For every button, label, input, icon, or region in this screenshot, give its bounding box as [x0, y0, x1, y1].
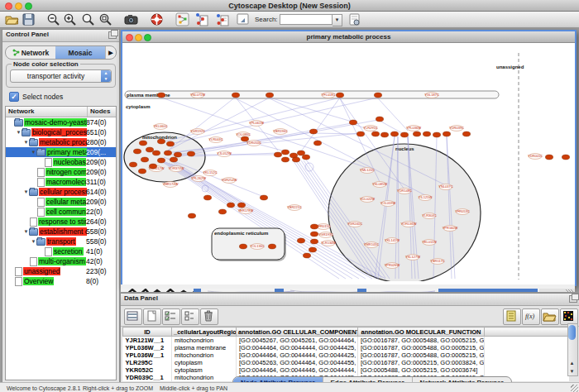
- table-cell[interactable]: [485, 344, 570, 351]
- selected-gene-node[interactable]: [281, 150, 289, 155]
- tree-row[interactable]: nitrogen compo209(0): [6, 167, 116, 177]
- selected-gene-node[interactable]: [187, 151, 194, 156]
- table-row[interactable]: YPL036W__1mitochondrion[GO:0044464, GO:0…: [123, 351, 570, 359]
- unselect-attributes-button[interactable]: [181, 308, 199, 325]
- selected-gene-node[interactable]: [371, 131, 379, 136]
- table-cell[interactable]: plasma membrane: [172, 344, 237, 351]
- tree-row[interactable]: ▼metabolic process280(0): [6, 137, 116, 147]
- selected-gene-node[interactable]: [349, 120, 356, 125]
- selected-gene-node[interactable]: [141, 157, 148, 162]
- tree-row[interactable]: ▼biological_process651(0): [6, 127, 116, 137]
- selected-gene-node[interactable]: [166, 141, 174, 146]
- data-panel-float-icon[interactable]: [569, 295, 577, 303]
- tab-network[interactable]: Network: [6, 46, 55, 59]
- help-ring-icon[interactable]: [150, 12, 164, 26]
- attribute-matrix-button[interactable]: [560, 308, 578, 325]
- selected-gene-node[interactable]: [266, 93, 273, 98]
- selected-gene-node[interactable]: [462, 131, 470, 136]
- table-cell[interactable]: mitochondrion: [172, 351, 237, 359]
- scroll-down-arrow[interactable]: ▼: [568, 368, 576, 375]
- selected-gene-node[interactable]: [303, 253, 310, 258]
- selected-gene-node[interactable]: [237, 203, 245, 208]
- table-cell[interactable]: YLR295C: [123, 359, 172, 366]
- selected-gene-node[interactable]: [157, 139, 165, 144]
- selected-gene-node[interactable]: [138, 169, 146, 174]
- tab-mosaic[interactable]: Mosaic: [55, 46, 105, 59]
- selected-gene-node[interactable]: [310, 232, 318, 237]
- selected-gene-node[interactable]: [423, 131, 430, 136]
- selected-gene-node[interactable]: [241, 136, 248, 141]
- tree-row[interactable]: macromolecule311(0): [6, 177, 116, 187]
- table-cell[interactable]: YKR052C: [123, 366, 172, 374]
- selected-gene-node[interactable]: [260, 195, 267, 200]
- selected-gene-node[interactable]: [309, 247, 316, 252]
- table-cell[interactable]: [485, 351, 570, 359]
- table-cell[interactable]: [GO:0016787, GO:0005215, GO:0003824, G..…: [358, 359, 485, 366]
- selected-gene-node[interactable]: [188, 213, 195, 218]
- selected-gene-node[interactable]: [203, 195, 211, 200]
- table-cell[interactable]: [485, 337, 570, 345]
- selected-gene-node[interactable]: [297, 151, 304, 155]
- search-settings-icon[interactable]: [347, 12, 361, 26]
- attribute-column-header[interactable]: ID: [123, 327, 172, 337]
- attribute-column-header[interactable]: annotation.GO MOLECULAR_FUNCTION: [358, 327, 485, 337]
- table-cell[interactable]: YJR121W__1: [123, 337, 172, 345]
- tree-row[interactable]: secretion41(0): [6, 246, 116, 256]
- tree-col-network[interactable]: Network: [6, 107, 88, 117]
- table-cell[interactable]: cytoplasm: [172, 366, 237, 374]
- selected-gene-node[interactable]: [232, 93, 239, 98]
- selected-gene-node[interactable]: [313, 141, 321, 146]
- selected-gene-node[interactable]: [376, 117, 383, 122]
- table-scrollbar[interactable]: ▲ ▼: [567, 323, 578, 376]
- selected-gene-node[interactable]: [562, 155, 569, 160]
- table-row[interactable]: YKR052Ccytoplasm[GO:0044464, GO:0044446,…: [123, 366, 570, 374]
- selected-gene-node[interactable]: [310, 239, 318, 244]
- disclosure-triangle-icon[interactable]: ▼: [23, 229, 29, 234]
- disclosure-triangle-icon[interactable]: ▼: [23, 140, 29, 145]
- import-attributes-button[interactable]: [541, 308, 559, 325]
- formula-builder-button[interactable]: f(x): [522, 308, 540, 325]
- selected-gene-node[interactable]: [390, 131, 398, 136]
- zoom-selected-icon[interactable]: [81, 12, 95, 26]
- selected-gene-node[interactable]: [227, 203, 234, 208]
- tree-row[interactable]: nucleobase-209(0): [6, 157, 116, 167]
- import-table-icon[interactable]: [216, 12, 230, 26]
- selected-gene-node[interactable]: [310, 224, 318, 229]
- selected-gene-node[interactable]: [174, 152, 181, 157]
- tree-row[interactable]: mosaic-demo-yeast874(0): [6, 117, 116, 127]
- table-cell[interactable]: YPL036W__1: [123, 351, 172, 359]
- delete-attribute-button[interactable]: [200, 308, 218, 325]
- tree-row[interactable]: multi-organism pro42(0): [6, 256, 116, 266]
- selected-gene-node[interactable]: [157, 158, 165, 163]
- table-cell[interactable]: [GO:0044464, GO:0044444, GO:0044425, G..…: [237, 351, 358, 359]
- table-cell[interactable]: mitochondrion: [172, 374, 237, 381]
- table-cell[interactable]: [GO:0016787, GO:0005488, GO:0005215, G..…: [358, 344, 485, 351]
- selected-gene-node[interactable]: [545, 155, 553, 160]
- annotation-icon[interactable]: [236, 12, 250, 26]
- attribute-column-header[interactable]: _cellularLayoutRegion: [172, 327, 237, 337]
- selected-gene-node[interactable]: [433, 132, 440, 137]
- selected-gene-node[interactable]: [133, 149, 141, 154]
- table-cell[interactable]: YPL036W__2: [123, 344, 172, 351]
- zoom-fit-icon[interactable]: [98, 12, 112, 26]
- tree-col-nodes[interactable]: Nodes: [88, 107, 112, 117]
- snapshot-camera-icon[interactable]: [124, 12, 138, 26]
- search-input[interactable]: [280, 14, 333, 25]
- selected-gene-node[interactable]: [146, 147, 153, 152]
- attribute-table-button[interactable]: [124, 308, 142, 325]
- selected-gene-node[interactable]: [274, 152, 281, 157]
- tree-row[interactable]: ▼cellular process614(0): [6, 187, 116, 197]
- selected-gene-node[interactable]: [292, 157, 299, 162]
- selected-gene-node[interactable]: [268, 244, 275, 249]
- table-cell[interactable]: [485, 359, 570, 366]
- select-attributes-button[interactable]: [162, 308, 180, 325]
- select-nodes-checkbox[interactable]: ✓: [9, 92, 19, 102]
- tree-row[interactable]: Overview8(0): [6, 276, 116, 286]
- selected-gene-node[interactable]: [356, 131, 364, 136]
- table-cell[interactable]: [485, 366, 570, 374]
- selected-gene-node[interactable]: [380, 132, 388, 137]
- table-row[interactable]: YPL036W__2plasma membrane[GO:0044464, GO…: [123, 344, 570, 351]
- selected-gene-node[interactable]: [443, 131, 450, 136]
- table-cell[interactable]: [GO:0045263, GO:0044464, GO:0044455, G..…: [237, 359, 358, 366]
- attribute-notes-button[interactable]: [503, 308, 521, 325]
